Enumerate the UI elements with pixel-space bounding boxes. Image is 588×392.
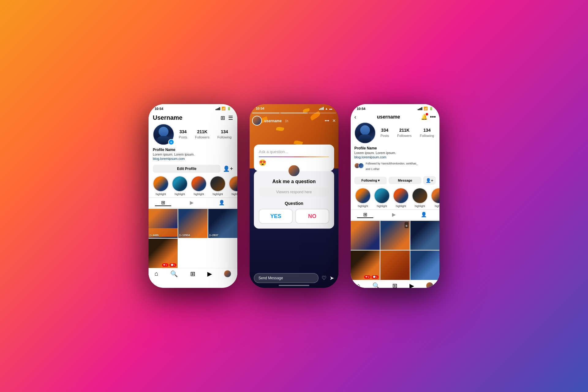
reels3-nav-icon[interactable]: ▶ xyxy=(409,282,414,288)
tagged3-tab[interactable]: 👤 xyxy=(415,212,433,218)
phone2-wifi-icon: ▲ xyxy=(325,107,328,110)
home-nav-icon[interactable]: ⌂ xyxy=(155,270,158,277)
reels-tab[interactable]: ▶ xyxy=(184,200,200,206)
add-story-button[interactable]: + xyxy=(168,139,174,145)
edit-profile-button[interactable]: Edit Profile xyxy=(153,165,221,173)
highlight-4[interactable]: highlight xyxy=(210,176,226,196)
highlight3-3[interactable]: highlight xyxy=(393,188,409,208)
grid3-cell-4[interactable]: ❤ 2 💬 1 xyxy=(351,251,380,280)
search3-nav-icon[interactable]: 🔍 xyxy=(372,282,380,288)
ask-question-card: Ask me a question Viewers respond here Q… xyxy=(254,171,334,229)
following-stat[interactable]: 134 Following xyxy=(217,129,232,140)
search-nav-icon[interactable]: 🔍 xyxy=(170,270,178,277)
highlight3-1[interactable]: highlight xyxy=(355,188,371,208)
highlight3-5-label: highl... xyxy=(431,205,439,208)
highlight3-5[interactable]: highl... xyxy=(431,188,439,208)
following3-stat[interactable]: 134 Following xyxy=(420,128,434,138)
like-story-icon[interactable]: ♡ xyxy=(322,275,326,281)
followed-by-row: Followed by Yannickfromlondon, serkihas_… xyxy=(354,160,436,171)
reels-nav-icon[interactable]: ▶ xyxy=(207,270,212,277)
grid-cell-3[interactable]: ▷ 2837 xyxy=(208,209,237,238)
profile3-stats-row: 334 Posts 211K Followers 134 Following xyxy=(354,122,436,144)
share-story-icon[interactable]: ➤ xyxy=(330,275,334,281)
battery-icon: 🔋 xyxy=(227,107,231,111)
followers3-stat[interactable]: 211K Followers xyxy=(397,128,412,138)
question-placeholder: Ask a question... xyxy=(259,149,329,154)
phone3-battery-icon: 🔋 xyxy=(429,107,433,111)
send-message-input[interactable]: Send Message xyxy=(254,273,318,283)
yes-button[interactable]: YES xyxy=(259,209,293,224)
grid3-image-3 xyxy=(410,221,439,250)
grid-cell-4[interactable]: ❤ 2 💬 1 xyxy=(149,239,178,268)
message-button[interactable]: Message xyxy=(389,177,421,184)
grid3-cell-3[interactable] xyxy=(410,221,439,250)
profile-bio: Lorem ipsum. Lorem ipsum. xyxy=(153,153,233,156)
tagged-tab[interactable]: 👤 xyxy=(213,200,231,206)
highlight3-2[interactable]: highlight xyxy=(374,188,390,208)
highlight-2[interactable]: highlight xyxy=(172,176,188,196)
followers-count: 211K xyxy=(195,129,209,134)
follow-row: Following ▾ Message 👤+ xyxy=(354,176,436,185)
grid3-cell-6[interactable] xyxy=(410,251,439,280)
grid-cell-2[interactable]: ▷ 12934 xyxy=(178,209,207,238)
reels3-tab[interactable]: ▶ xyxy=(386,212,402,218)
profile-link[interactable]: blog.loremipsum.com xyxy=(153,157,233,160)
home3-nav-icon[interactable]: ⌂ xyxy=(357,282,360,288)
no-button[interactable]: NO xyxy=(295,209,329,224)
grid3-tab[interactable]: ⊞ xyxy=(357,212,373,218)
phone3-time: 10:54 xyxy=(357,107,365,111)
add-friend-button[interactable]: 👤+ xyxy=(423,176,436,185)
posts3-stat[interactable]: 334 Posts xyxy=(380,128,389,138)
story-time: 1h xyxy=(285,119,288,123)
highlight-5[interactable]: highlight xyxy=(229,176,237,196)
followers-label: Followers xyxy=(195,135,209,139)
posts3-count: 334 xyxy=(380,128,389,133)
highlight3-4[interactable]: highlight xyxy=(412,188,428,208)
following-label: Following xyxy=(361,179,377,182)
more-options-icon[interactable]: ••• xyxy=(325,118,329,123)
highlight-1[interactable]: highlight xyxy=(153,176,169,196)
profile-username: Username xyxy=(153,114,183,121)
story-controls: ••• ✕ xyxy=(325,118,336,123)
highlight-1-label: highlight xyxy=(153,193,169,196)
story-avatar[interactable] xyxy=(252,116,262,126)
bottom3-nav: ⌂ 🔍 ⊞ ▶ xyxy=(351,280,439,288)
profile3-username: username xyxy=(356,114,421,120)
grid-tab[interactable]: ⊞ xyxy=(155,200,171,206)
create3-nav-icon[interactable]: ⊞ xyxy=(392,282,398,288)
notification-bell-icon[interactable]: 🔔 xyxy=(421,114,428,120)
story-footer-icons: ♡ ➤ xyxy=(322,275,334,281)
profile3-link[interactable]: blog.loremipsum.com xyxy=(354,155,436,159)
photo-count-badge: ⊞ xyxy=(405,222,409,228)
viewers-input[interactable]: Viewers respond here xyxy=(259,187,329,197)
following-button[interactable]: Following ▾ xyxy=(354,177,387,184)
grid3-cell-1[interactable] xyxy=(351,221,380,250)
highlight-5-label: highlight xyxy=(229,193,237,196)
grid3-cell-2[interactable]: ⊞ xyxy=(380,221,409,250)
ask-title: Ask me a question xyxy=(259,179,329,184)
followers-stat[interactable]: 211K Followers xyxy=(195,129,209,140)
chevron-down-icon: ▾ xyxy=(378,179,380,183)
back-row: ‹ username 🔔 ••• xyxy=(354,114,436,120)
story-progress xyxy=(252,113,336,113)
comments3-badge: 💬 1 xyxy=(371,275,379,279)
more-options-icon[interactable]: ••• xyxy=(430,114,436,120)
profile-nav-icon[interactable] xyxy=(224,270,231,277)
menu-icon[interactable]: ☰ xyxy=(228,115,233,121)
phone2-signal-icon xyxy=(319,107,324,110)
avatar3[interactable] xyxy=(354,122,376,144)
profile-header: Username ⊞ ☰ + xyxy=(149,112,237,162)
grid3-image-5 xyxy=(380,251,409,280)
person-add-icon[interactable]: 👤+ xyxy=(223,165,233,172)
close-story-icon[interactable]: ✕ xyxy=(332,118,336,123)
highlight-3[interactable]: highlight xyxy=(191,176,207,196)
profile3-nav-icon[interactable] xyxy=(426,282,433,288)
yes-no-row: YES NO xyxy=(259,209,329,224)
add-post-icon[interactable]: ⊞ xyxy=(221,115,225,121)
following3-count: 134 xyxy=(420,128,434,133)
phone1-status-bar: 10:54 📶 🔋 xyxy=(149,104,237,112)
create-nav-icon[interactable]: ⊞ xyxy=(190,270,195,277)
grid-cell-1[interactable]: ▷ 4465 xyxy=(149,209,178,238)
grid3-cell-5[interactable] xyxy=(380,251,409,280)
posts-stat[interactable]: 334 Posts xyxy=(179,129,187,140)
